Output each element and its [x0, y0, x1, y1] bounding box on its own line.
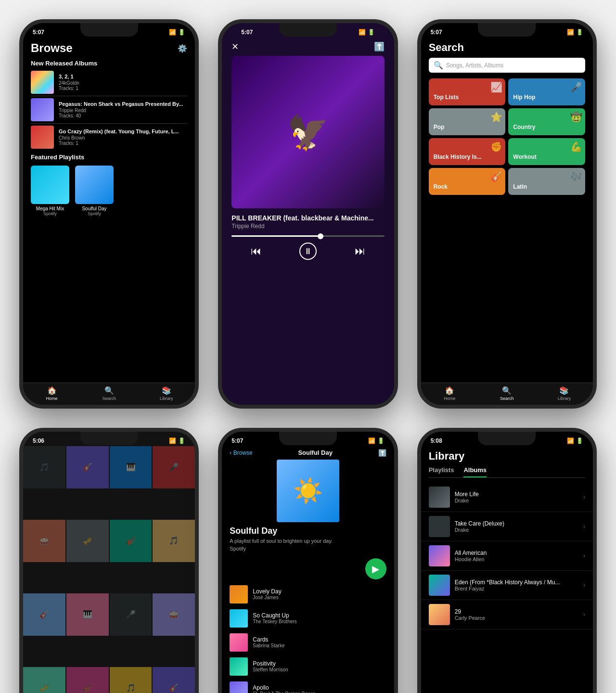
fast-forward-button[interactable]: ⏭ — [355, 245, 365, 257]
album-name-1: Pegasus: Neon Shark vs Pegasus Presented… — [59, 101, 187, 107]
back-button[interactable]: ‹ Browse — [230, 449, 252, 456]
progress-knob[interactable] — [318, 233, 323, 239]
track-art-1 — [230, 609, 248, 628]
share-icon[interactable]: ⬆️ — [374, 41, 385, 52]
close-button[interactable]: ✕ — [231, 41, 239, 52]
lib-art-4 — [429, 604, 450, 625]
time-soulful: 5:07 — [231, 437, 243, 444]
lib-artist-2: Hoodie Allen — [455, 556, 578, 562]
country-icon: 🤠 — [570, 111, 582, 123]
genre-hip-hop[interactable]: 🎤 Hip Hop — [508, 78, 585, 105]
track-item-4[interactable]: Apollo St. Paul & The Broken Bones — [222, 679, 394, 693]
album-item-2[interactable]: Go Crazy (Remix) (feat. Young Thug, Futu… — [23, 124, 195, 151]
tab-search-browse[interactable]: 🔍 Search — [80, 386, 138, 401]
notch-player — [279, 23, 337, 37]
genre-name-0: Top Lists — [434, 94, 459, 101]
playlist-card-1[interactable]: Soulful Day Spotify — [75, 166, 114, 216]
playlist-name-0: Mega Hit Mix — [31, 206, 69, 211]
battery-icon: 🔋 — [178, 29, 185, 36]
black-history-icon: ✊ — [490, 141, 502, 153]
track-artist-4: St. Paul & The Broken Bones — [253, 691, 386, 693]
grid-cell: 🎸 — [153, 667, 195, 693]
tab-library-browse[interactable]: 📚 Library — [138, 386, 195, 401]
track-item-2[interactable]: Cards Sabrina Starke — [222, 630, 394, 654]
library-tabs: Playlists Albums — [429, 466, 585, 478]
playlist-playlist-name: Soulful Day — [230, 526, 386, 536]
wifi-icon-player: 📶 — [359, 29, 366, 36]
grid-cell: 🎵 — [23, 446, 65, 488]
chevron-1: › — [583, 523, 585, 530]
phone-search: 5:07 📶 🔋 Search 🔍 Songs, Artists, Albums… — [417, 19, 597, 409]
grid-cell: 🥁 — [23, 520, 65, 562]
battery-icon-soulful: 🔋 — [377, 437, 385, 444]
library-list: More Life Drake › Take Care (Deluxe) Dra… — [421, 483, 593, 637]
lib-art-0 — [429, 487, 450, 508]
library-item-4[interactable]: 29 Carly Pearce › — [421, 600, 593, 629]
track-name-2: Cards — [253, 636, 386, 643]
track-item-1[interactable]: So Caught Up The Teskey Brothers — [222, 606, 394, 630]
tab-bar-browse: 🏠 Home 🔍 Search 📚 Library — [23, 383, 195, 405]
progress-track — [231, 235, 384, 237]
settings-icon[interactable]: ⚙️ — [178, 44, 187, 53]
playlist-cover-emoji: ☀️ — [293, 477, 323, 505]
library-item-2[interactable]: All American Hoodie Allen › — [421, 541, 593, 571]
track-item-0[interactable]: Lovely Day José James — [222, 582, 394, 606]
genre-rock[interactable]: 🎸 Rock — [429, 168, 506, 195]
library-icon-search: 📚 — [559, 386, 569, 395]
tab-home-browse[interactable]: 🏠 Home — [23, 386, 80, 401]
track-info-3: Positivity Steffen Morrison — [253, 660, 386, 672]
tab-search-search[interactable]: 🔍 Search — [478, 386, 536, 401]
track-info-1: So Caught Up The Teskey Brothers — [253, 612, 386, 624]
genre-name-5: Workout — [513, 154, 536, 160]
library-item-1[interactable]: Take Care (Deluxe) Drake › — [421, 512, 593, 541]
genre-pop[interactable]: ⭐ Pop — [429, 108, 506, 135]
genre-workout[interactable]: 💪 Workout — [508, 138, 585, 165]
genre-name-6: Rock — [434, 183, 448, 190]
progress-fill — [231, 235, 323, 237]
tab-home-search[interactable]: 🏠 Home — [421, 386, 478, 401]
chevron-3: › — [583, 582, 585, 589]
lib-album-name-3: Eden (From *Black History Always / Mu... — [455, 579, 578, 586]
genre-latin[interactable]: 🎶 Latin — [508, 168, 585, 195]
library-item-3[interactable]: Eden (From *Black History Always / Mu...… — [421, 571, 593, 600]
big-play-button[interactable]: ▶ — [365, 558, 386, 579]
genre-name-4: Black History Is... — [434, 154, 482, 160]
track-art-2 — [230, 633, 248, 652]
library-item-0[interactable]: More Life Drake › — [421, 483, 593, 512]
playlist-card-0[interactable]: Mega Hit Mix Spotify — [31, 166, 69, 216]
search-input-bar[interactable]: 🔍 Songs, Artists, Albums — [429, 58, 585, 73]
genre-country[interactable]: 🤠 Country — [508, 108, 585, 135]
screen-soulful: 5:07 📶 🔋 ‹ Browse Soulful Day ⬆️ ☀️ Soul… — [222, 432, 394, 693]
tab-playlists[interactable]: Playlists — [429, 466, 454, 477]
rewind-button[interactable]: ⏮ — [251, 245, 261, 257]
album-item-0[interactable]: 3, 2, 1 24kGoldn Tracks: 1 — [23, 69, 195, 96]
battery-icon-splash: 🔋 — [178, 437, 185, 444]
genre-black-history[interactable]: ✊ Black History Is... — [429, 138, 506, 165]
album-art-0 — [31, 71, 54, 94]
album-info-2: Go Crazy (Remix) (feat. Young Thug, Futu… — [59, 128, 187, 145]
library-label-browse: Library — [160, 396, 173, 401]
genre-name-2: Pop — [434, 124, 445, 130]
browse-title: Browse — [31, 41, 73, 55]
playlist-art-0 — [31, 166, 69, 204]
share-button[interactable]: ⬆️ — [378, 449, 386, 457]
track-artist-3: Steffen Morrison — [253, 667, 386, 672]
grid-cell: 🥁 — [153, 593, 195, 636]
progress-bar[interactable] — [231, 235, 384, 237]
top-lists-icon: 📈 — [490, 81, 502, 93]
genre-top-lists[interactable]: 📈 Top Lists — [429, 78, 506, 105]
track-item-3[interactable]: Positivity Steffen Morrison — [222, 654, 394, 679]
grid-cell: 🎵 — [153, 520, 195, 562]
tab-albums[interactable]: Albums — [463, 466, 487, 477]
search-icon-search: 🔍 — [502, 386, 512, 395]
playlist-cover: ☀️ — [277, 460, 339, 522]
pause-button[interactable]: ⏸ — [299, 243, 317, 260]
notch-soulful — [279, 432, 337, 445]
time-library: 5:08 — [431, 437, 442, 444]
album-item-1[interactable]: Pegasus: Neon Shark vs Pegasus Presented… — [23, 96, 195, 123]
notch-browse — [80, 23, 138, 37]
lib-album-name-0: More Life — [455, 491, 578, 498]
workout-icon: 💪 — [570, 141, 582, 153]
tab-library-search[interactable]: 📚 Library — [536, 386, 593, 401]
grid-cell: 🎺 — [23, 667, 65, 693]
